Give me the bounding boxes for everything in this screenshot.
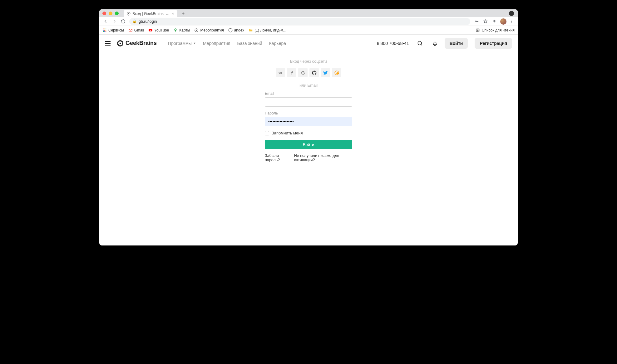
nav-label: База знаний [237,41,262,46]
bookmark-maps[interactable]: Карты [173,28,190,32]
svg-point-23 [418,41,422,45]
bookmark-star-icon[interactable] [481,18,489,25]
address-bar-row: 🔒 gb.ru/login [99,17,518,26]
google-icon [300,70,306,75]
github-login-button[interactable] [309,68,319,77]
extensions-icon[interactable] [490,18,498,25]
nav-label: Программы [168,41,192,46]
close-window-button[interactable] [102,12,106,15]
forward-button[interactable] [111,18,118,25]
forgot-password-link[interactable]: Забыли пароль? [265,153,291,162]
maps-icon [173,28,178,32]
chevron-down-icon: ▼ [193,42,196,45]
profile-avatar[interactable] [500,18,506,25]
svg-rect-11 [106,30,106,30]
facebook-icon [289,70,294,75]
password-input[interactable] [265,117,352,126]
maximize-window-button[interactable] [115,12,119,15]
search-icon[interactable] [417,40,423,47]
menu-hamburger-button[interactable] [105,40,112,47]
bookmark-gmail[interactable]: Gmail [128,28,144,32]
yandex-icon [228,28,233,32]
svg-point-16 [175,29,176,30]
list-icon [476,28,480,32]
bookmark-youtube[interactable]: YouTube [148,28,169,32]
svg-rect-7 [104,28,105,29]
nav-events[interactable]: Мероприятия [203,41,230,46]
gmail-icon [128,28,133,32]
github-icon [312,70,317,75]
bookmarks-bar: Сервисы Gmail YouTube Карты Мероприятия [99,26,518,35]
bookmark-label: Сервисы [108,28,124,32]
button-label: Войти [450,41,463,46]
back-button[interactable] [102,18,109,25]
email-label: Email [265,91,352,96]
header-register-button[interactable]: Регистрация [475,38,512,49]
facebook-login-button[interactable] [287,68,296,77]
bookmark-yandex[interactable]: andex [228,28,244,32]
bookmark-events[interactable]: Мероприятия [194,28,224,32]
reading-list-button[interactable]: Список для чтения [476,28,515,32]
nav-programs[interactable]: Программы ▼ [168,41,196,46]
no-activation-link[interactable]: Не получили письмо для активации? [294,153,352,162]
nav-career[interactable]: Карьера [269,41,286,46]
brand-icon [117,40,124,47]
account-switcher-icon[interactable] [509,11,514,16]
new-tab-button[interactable]: + [180,10,187,17]
bookmark-label: andex [234,28,244,32]
vk-login-button[interactable] [276,68,285,77]
bookmark-label: Gmail [134,28,144,32]
divider-text: или Email [265,83,352,88]
svg-point-3 [511,20,512,20]
youtube-icon [148,28,153,32]
brand-logo[interactable]: GeekBrains [117,40,157,47]
remember-label: Запомнить меня [272,131,303,135]
remember-me-row: Запомнить меня [265,131,352,135]
svg-point-19 [229,28,232,32]
bookmark-folder[interactable]: (1) Лончи, лид-м... [249,28,286,32]
header-login-button[interactable]: Войти [445,38,468,49]
social-buttons-row [265,68,352,77]
svg-point-22 [120,42,121,44]
bookmark-label: (1) Лончи, лид-м... [254,28,286,32]
mailru-login-button[interactable] [332,68,341,77]
url-field[interactable]: 🔒 gb.ru/login [129,18,470,25]
window-titlebar: Вход | GeekBrains - образова × + [99,9,518,17]
bookmark-label: Мероприятия [200,28,224,32]
notifications-bell-icon[interactable] [432,40,438,47]
svg-rect-8 [106,28,106,29]
svg-rect-9 [103,30,104,30]
password-key-icon[interactable] [473,18,480,25]
reload-button[interactable] [119,18,127,25]
button-label: Регистрация [480,41,507,46]
social-login-title: Вход через соцсети [265,59,352,64]
browser-menu-icon[interactable] [508,18,515,25]
svg-rect-6 [103,28,104,29]
mailru-icon [334,70,339,75]
browser-tab[interactable]: Вход | GeekBrains - образова × [124,10,177,17]
remember-checkbox[interactable] [265,131,269,135]
svg-point-4 [511,21,512,22]
svg-point-24 [335,71,339,75]
grid-icon [102,28,107,32]
tab-title: Вход | GeekBrains - образова [132,12,170,16]
bookmark-label: Карты [179,28,190,32]
svg-rect-10 [104,30,105,30]
help-links-row: Забыли пароль? Не получили письмо для ак… [265,153,352,162]
bookmark-label: YouTube [154,28,169,32]
tab-close-icon[interactable]: × [172,11,174,16]
email-input[interactable] [265,97,352,107]
login-submit-button[interactable]: Войти [265,140,352,149]
twitter-login-button[interactable] [321,68,330,77]
minimize-window-button[interactable] [109,12,112,15]
svg-rect-12 [103,31,104,32]
brand-text: GeekBrains [126,40,157,46]
nav-knowledge[interactable]: База знаний [237,41,262,46]
svg-point-18 [196,30,197,31]
bookmark-services[interactable]: Сервисы [102,28,124,32]
nav-label: Карьера [269,41,286,46]
svg-point-2 [475,21,476,22]
google-login-button[interactable] [298,68,308,77]
header-phone[interactable]: 8 800 700-68-41 [377,41,409,46]
twitter-icon [323,70,328,75]
